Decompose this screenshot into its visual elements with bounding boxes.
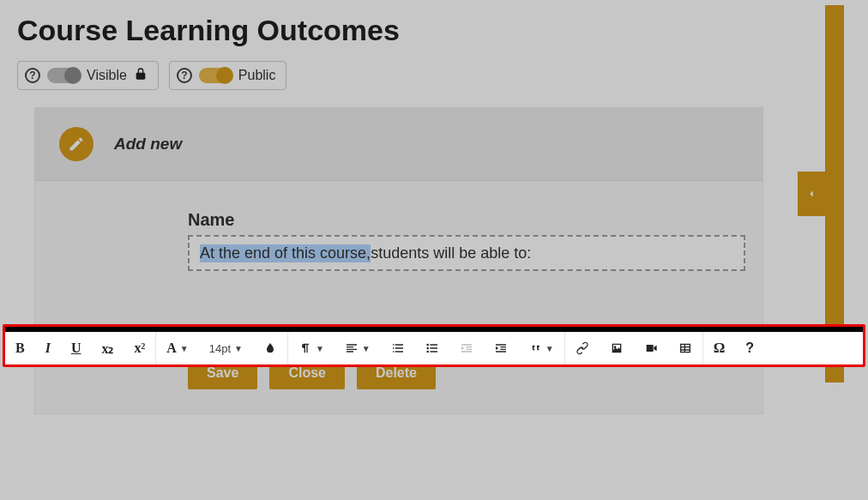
pencil-icon (68, 136, 85, 153)
add-new-label: Add new (114, 135, 182, 154)
subscript-button[interactable]: x₂ (91, 332, 124, 364)
outdent-button[interactable] (449, 332, 484, 364)
lock-icon (134, 67, 148, 84)
svg-point-2 (426, 351, 429, 353)
paragraph-format-button[interactable]: ▼ (288, 332, 335, 364)
chevron-left-icon (805, 188, 817, 200)
remaining-text: students will be able to: (371, 244, 531, 262)
svg-point-1 (426, 347, 429, 350)
ul-icon (425, 341, 439, 355)
visible-label: Visible (87, 68, 127, 83)
visibility-controls: ? Visible ? Public (17, 61, 851, 90)
image-icon (610, 341, 624, 355)
rich-text-toolbar-highlight: B I U x₂ x² A▼ 14pt▼ ▼ ▼ ▼ (3, 324, 865, 367)
font-size-button[interactable]: 14pt▼ (199, 332, 253, 364)
align-button[interactable]: ▼ (335, 332, 381, 364)
bold-button[interactable]: B (5, 332, 35, 364)
image-button[interactable] (600, 332, 634, 364)
public-toggle-chip: ? Public (169, 61, 287, 90)
help-icon[interactable]: ? (25, 68, 40, 83)
table-button[interactable] (668, 332, 702, 364)
link-button[interactable] (565, 332, 600, 364)
visible-toggle[interactable] (47, 68, 80, 83)
table-icon (678, 341, 692, 355)
help-icon[interactable]: ? (177, 68, 192, 83)
video-button[interactable] (634, 332, 668, 364)
link-icon (576, 341, 589, 355)
public-label: Public (238, 68, 276, 83)
font-family-button[interactable]: A▼ (156, 332, 198, 364)
ol-icon (391, 341, 405, 355)
name-text-input[interactable]: At the end of this course, students will… (188, 235, 745, 271)
ordered-list-button[interactable] (381, 332, 415, 364)
color-button[interactable] (253, 332, 287, 364)
add-new-button[interactable] (59, 127, 93, 161)
indent-icon (494, 341, 508, 355)
outdent-icon (460, 341, 473, 355)
selected-text: At the end of this course, (200, 244, 371, 262)
name-field-label: Name (188, 210, 730, 230)
public-toggle[interactable] (199, 68, 232, 83)
align-left-icon (345, 341, 359, 355)
video-icon (644, 341, 658, 355)
superscript-button[interactable]: x² (124, 332, 155, 364)
svg-point-0 (426, 344, 429, 346)
toolbar-help-button[interactable]: ? (735, 332, 764, 364)
special-char-button[interactable]: Ω (703, 332, 736, 364)
rich-text-toolbar: B I U x₂ x² A▼ 14pt▼ ▼ ▼ ▼ (5, 332, 863, 364)
unordered-list-button[interactable] (415, 332, 449, 364)
visible-toggle-chip: ? Visible (17, 61, 159, 90)
quote-icon (528, 341, 542, 355)
page-title: Course Learning Outcomes (17, 14, 851, 47)
card-header: Add new (35, 108, 763, 181)
tint-icon (263, 341, 277, 355)
italic-button[interactable]: I (35, 332, 61, 364)
outcomes-card: Add new Name At the end of this course, … (34, 107, 763, 414)
pilcrow-icon (298, 341, 312, 355)
quote-button[interactable]: ▼ (518, 332, 564, 364)
collapse-tab[interactable] (798, 172, 825, 216)
underline-button[interactable]: U (61, 332, 92, 364)
indent-button[interactable] (484, 332, 518, 364)
